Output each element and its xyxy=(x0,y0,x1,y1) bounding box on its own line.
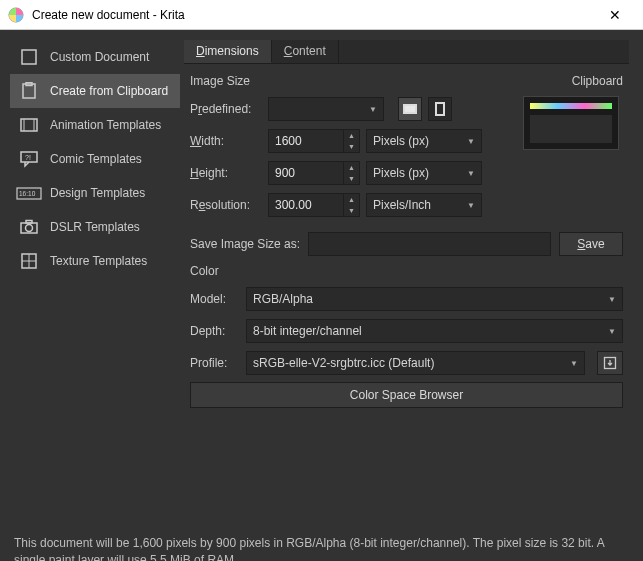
sidebar-item-dslr-templates[interactable]: DSLR Templates xyxy=(10,210,180,244)
height-spinbox[interactable]: ▲▼ xyxy=(268,161,360,185)
chevron-down-icon: ▼ xyxy=(570,359,578,368)
svg-rect-4 xyxy=(21,119,37,131)
sidebar-item-comic-templates[interactable]: ?! Comic Templates xyxy=(10,142,180,176)
import-icon xyxy=(603,356,617,370)
height-unit-combo[interactable]: Pixels (px)▼ xyxy=(366,161,482,185)
document-icon xyxy=(16,47,42,67)
orientation-portrait-button[interactable] xyxy=(428,97,452,121)
spin-down-icon[interactable]: ▼ xyxy=(344,173,359,184)
spin-up-icon[interactable]: ▲ xyxy=(344,130,359,141)
document-info-text: This document will be 1,600 pixels by 90… xyxy=(14,535,629,561)
sidebar-item-label: Animation Templates xyxy=(50,118,161,132)
film-icon xyxy=(16,115,42,135)
app-logo-icon xyxy=(8,7,24,23)
sidebar-item-label: Custom Document xyxy=(50,50,149,64)
dialog-body: Custom Document Create from Clipboard An… xyxy=(0,30,643,527)
sidebar-item-label: Create from Clipboard xyxy=(50,84,168,98)
orientation-landscape-button[interactable] xyxy=(398,97,422,121)
resolution-input[interactable] xyxy=(269,198,343,212)
tab-dimensions[interactable]: Dimensions xyxy=(184,40,272,63)
save-size-label: Save Image Size as: xyxy=(190,237,300,251)
width-input[interactable] xyxy=(269,134,343,148)
grid-icon xyxy=(16,251,42,271)
sidebar-item-label: Design Templates xyxy=(50,186,145,200)
save-size-input[interactable] xyxy=(308,232,551,256)
predefined-combo[interactable]: ▼ xyxy=(268,97,384,121)
import-profile-button[interactable] xyxy=(597,351,623,375)
chevron-down-icon: ▼ xyxy=(467,137,475,146)
chevron-down-icon: ▼ xyxy=(467,169,475,178)
svg-text:?!: ?! xyxy=(25,154,31,161)
resolution-label: Resolution: xyxy=(190,198,262,212)
color-space-browser-button[interactable]: Color Space Browser xyxy=(190,382,623,408)
width-spinbox[interactable]: ▲▼ xyxy=(268,129,360,153)
tabs: Dimensions Content xyxy=(184,40,629,64)
resolution-spinbox[interactable]: ▲▼ xyxy=(268,193,360,217)
color-group: Color Model: RGB/Alpha▼ Depth: 8-bit int… xyxy=(190,264,623,414)
height-input[interactable] xyxy=(269,166,343,180)
spin-up-icon[interactable]: ▲ xyxy=(344,194,359,205)
width-unit-combo[interactable]: Pixels (px)▼ xyxy=(366,129,482,153)
predefined-label: Predefined: xyxy=(190,102,262,116)
sidebar-item-create-from-clipboard[interactable]: Create from Clipboard xyxy=(10,74,180,108)
clipboard-heading: Clipboard xyxy=(523,74,623,88)
main-panel: Dimensions Content Image Size Predefined… xyxy=(180,40,633,527)
sidebar-item-texture-templates[interactable]: Texture Templates xyxy=(10,244,180,278)
sidebar-item-custom-document[interactable]: Custom Document xyxy=(10,40,180,74)
svg-point-12 xyxy=(26,225,33,232)
speech-bubble-icon: ?! xyxy=(16,149,42,169)
sidebar-item-design-templates[interactable]: 16:10 Design Templates xyxy=(10,176,180,210)
tab-content[interactable]: Content xyxy=(272,40,339,63)
spin-down-icon[interactable]: ▼ xyxy=(344,141,359,152)
chevron-down-icon: ▼ xyxy=(467,201,475,210)
camera-icon xyxy=(16,217,42,237)
depth-label: Depth: xyxy=(190,324,240,338)
image-size-heading: Image Size xyxy=(190,74,507,88)
sidebar-item-animation-templates[interactable]: Animation Templates xyxy=(10,108,180,142)
svg-rect-1 xyxy=(22,50,36,64)
clipboard-thumbnail xyxy=(523,96,619,150)
dimensions-panel: Image Size Predefined: ▼ Width: ▲▼ Pixel… xyxy=(184,64,629,527)
chevron-down-icon: ▼ xyxy=(608,327,616,336)
model-combo[interactable]: RGB/Alpha▼ xyxy=(246,287,623,311)
close-icon[interactable]: ✕ xyxy=(595,7,635,23)
landscape-icon xyxy=(403,104,417,114)
image-size-group: Image Size Predefined: ▼ Width: ▲▼ Pixel… xyxy=(190,74,507,224)
resolution-unit-combo[interactable]: Pixels/Inch▼ xyxy=(366,193,482,217)
save-size-button[interactable]: Save xyxy=(559,232,623,256)
window-title: Create new document - Krita xyxy=(32,8,595,22)
spin-up-icon[interactable]: ▲ xyxy=(344,162,359,173)
ratio-icon: 16:10 xyxy=(16,183,42,203)
model-label: Model: xyxy=(190,292,240,306)
clipboard-group: Clipboard xyxy=(523,74,623,224)
sidebar: Custom Document Create from Clipboard An… xyxy=(0,40,180,527)
footer: This document will be 1,600 pixels by 90… xyxy=(0,527,643,561)
width-label: Width: xyxy=(190,134,262,148)
titlebar: Create new document - Krita ✕ xyxy=(0,0,643,30)
clipboard-icon xyxy=(16,81,42,101)
svg-rect-13 xyxy=(26,221,32,224)
portrait-icon xyxy=(435,102,445,116)
profile-combo[interactable]: sRGB-elle-V2-srgbtrc.icc (Default)▼ xyxy=(246,351,585,375)
spin-down-icon[interactable]: ▼ xyxy=(344,205,359,216)
chevron-down-icon: ▼ xyxy=(369,105,377,114)
svg-text:16:10: 16:10 xyxy=(19,190,36,197)
chevron-down-icon: ▼ xyxy=(608,295,616,304)
height-label: Height: xyxy=(190,166,262,180)
color-heading: Color xyxy=(190,264,623,278)
sidebar-item-label: Texture Templates xyxy=(50,254,147,268)
sidebar-item-label: DSLR Templates xyxy=(50,220,140,234)
sidebar-item-label: Comic Templates xyxy=(50,152,142,166)
profile-label: Profile: xyxy=(190,356,240,370)
depth-combo[interactable]: 8-bit integer/channel▼ xyxy=(246,319,623,343)
